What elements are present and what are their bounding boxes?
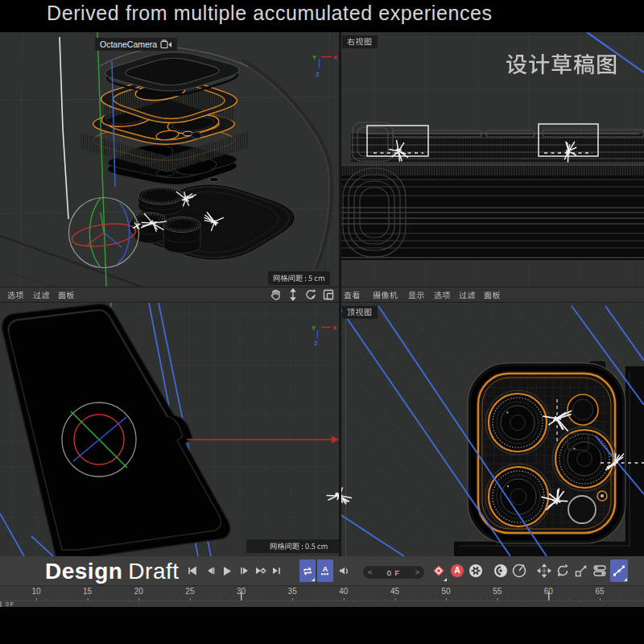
- timeline-ruler[interactable]: 101520253035404550556065: [0, 585, 644, 601]
- play-to-next-key-icon: [254, 565, 267, 576]
- next-frame-button[interactable]: [237, 559, 252, 582]
- ruler-frame-label: 10: [31, 587, 40, 596]
- menubar-right: [341, 287, 644, 303]
- axis-y-label: Y: [312, 54, 317, 61]
- viewport-perspective[interactable]: Y X Z OctaneCamera: [0, 32, 339, 287]
- menu-item-display[interactable]: [407, 287, 426, 302]
- menu-item-options[interactable]: [6, 287, 25, 302]
- cycle-playback-toggle[interactable]: [299, 559, 316, 582]
- camera-label: OctaneCamera: [100, 39, 157, 49]
- sound-toggle[interactable]: [336, 559, 352, 582]
- previous-frame-button[interactable]: [202, 559, 217, 582]
- keying-magnet-button[interactable]: [492, 559, 510, 582]
- view-label-chip: [342, 306, 378, 319]
- viewport-right-view[interactable]: [341, 32, 644, 287]
- ruler-frame-label: 30: [237, 587, 246, 596]
- animate-hud-toggle[interactable]: A: [317, 559, 333, 582]
- camera-label-chip[interactable]: OctaneCamera: [95, 38, 177, 51]
- key-position-toggle[interactable]: [535, 559, 553, 582]
- ruler-frame-label: 45: [390, 587, 399, 596]
- axis-y-label: Y: [312, 324, 316, 332]
- key-rotation-icon: [555, 564, 570, 578]
- go-to-start-button[interactable]: [184, 559, 200, 582]
- go-to-start-icon: [187, 565, 198, 576]
- camera-icon: [160, 39, 172, 49]
- grid-spacing-chip: [268, 271, 330, 285]
- quantize-button[interactable]: [510, 559, 528, 582]
- record-active-objects-button[interactable]: [430, 559, 448, 582]
- viewport-front[interactable]: Y X Z: [0, 303, 339, 556]
- keyframe-selection-icon: [469, 564, 483, 578]
- key-rotation-toggle[interactable]: [554, 559, 572, 582]
- menu-item-view[interactable]: [343, 287, 361, 302]
- key-pla-toggle[interactable]: [610, 559, 628, 582]
- key-parameter-toggle[interactable]: [591, 559, 609, 582]
- grid-spacing-label: [274, 275, 324, 282]
- autokeying-button[interactable]: A: [448, 559, 466, 582]
- rotate-view-icon[interactable]: [304, 288, 317, 301]
- view-label-top: [347, 308, 371, 316]
- current-frame-field[interactable]: < 0 F >: [363, 566, 424, 579]
- keyframe-selection-button[interactable]: [467, 559, 485, 582]
- frame-increment[interactable]: >: [411, 568, 424, 576]
- menu-item-filter[interactable]: [32, 287, 51, 302]
- timeline-track[interactable]: 0 F: [0, 601, 644, 607]
- view-label-right: [347, 38, 371, 45]
- play-forwards-icon: [221, 565, 233, 577]
- bottom-filler: [0, 607, 644, 644]
- menu-item-panel[interactable]: [483, 287, 502, 302]
- scene-top-view: [341, 303, 644, 556]
- scene-right-view: [341, 32, 644, 287]
- grid-spacing-chip: [246, 539, 339, 553]
- ruler-frame-label: 65: [595, 587, 604, 596]
- menu-item-filter[interactable]: [458, 287, 477, 302]
- record-keyframe-icon: [431, 564, 446, 578]
- play-forwards-button[interactable]: [219, 559, 236, 582]
- menubar-left: [0, 287, 339, 303]
- ruler-frame-label: 55: [493, 587, 502, 596]
- maximize-view-icon[interactable]: [322, 288, 335, 301]
- ruler-frame-label: 40: [339, 587, 348, 596]
- sound-icon: [338, 565, 349, 576]
- previous-frame-icon: [204, 565, 216, 576]
- svg-text:A: A: [454, 565, 460, 575]
- zoom-view-icon: [287, 288, 299, 301]
- viewport-top-view[interactable]: [341, 303, 644, 556]
- menu-item-cameras[interactable]: [372, 287, 399, 302]
- keying-magnet-icon: [493, 564, 508, 578]
- menu-item-panel[interactable]: [57, 287, 76, 302]
- key-pla-icon: [612, 564, 626, 578]
- cinema4d-window: Derived from multiple accumulated experi…: [0, 0, 644, 644]
- pan-view-icon[interactable]: [269, 288, 282, 301]
- view-label-chip: [342, 35, 378, 48]
- axis-z-label: Z: [316, 71, 320, 78]
- frame-value: 0 F: [387, 568, 401, 577]
- animate-hud-icon: A: [320, 565, 331, 576]
- svg-text:A: A: [322, 565, 328, 573]
- axis-indicator: Y X Z: [312, 54, 338, 78]
- ruler-frame-label: 15: [83, 587, 92, 596]
- top-banner: Derived from multiple accumulated experi…: [0, 0, 644, 32]
- key-scale-toggle[interactable]: [572, 559, 590, 582]
- design-draft-watermark: DesignDraft: [45, 559, 180, 584]
- next-frame-icon: [239, 565, 250, 576]
- frame-decrement[interactable]: <: [363, 568, 377, 576]
- scene-perspective: Y X Z: [0, 32, 339, 287]
- rotate-view-icon: [304, 288, 317, 301]
- key-parameter-icon: [592, 564, 607, 578]
- viewport-area: Y X Z OctaneCamera: [0, 32, 644, 556]
- ruler-frame-label: 35: [288, 587, 297, 596]
- zoom-view-icon[interactable]: [287, 288, 299, 301]
- maximize-view-icon: [322, 288, 335, 301]
- grid-spacing-label: [270, 543, 328, 550]
- axis-x-label: X: [333, 54, 338, 61]
- go-to-end-icon: [270, 565, 282, 576]
- menu-item-options[interactable]: [433, 287, 452, 302]
- go-to-end-button[interactable]: [268, 559, 283, 582]
- banner-title: Derived from multiple accumulated experi…: [47, 2, 493, 25]
- play-to-next-key-button[interactable]: [252, 559, 269, 582]
- pan-view-hand-icon: [269, 288, 282, 301]
- ruler-frame-label: 25: [185, 587, 194, 596]
- ruler-frame-label: 20: [134, 587, 143, 596]
- key-position-icon: [537, 564, 551, 578]
